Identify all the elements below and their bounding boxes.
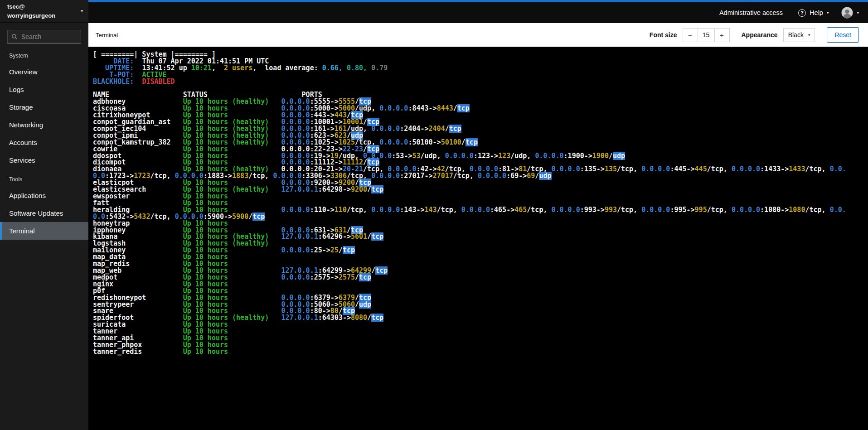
sidebar-item-networking[interactable]: Networking [0,116,88,134]
terminal-buffer: [ ========| System |======== ] DATE: Thu… [93,51,848,355]
terminal-text: 8443 [437,104,453,112]
terminal-row-dionaea: dionaea Up 10 hours (healthy) 0.0.0.0:20… [93,166,848,179]
terminal-text: tcp [371,314,383,322]
terminal-text: 0.0.0.0 [379,138,408,146]
admin-access-button[interactable]: Administrative access [717,9,786,17]
terminal-text: udp [359,300,371,309]
appearance-select[interactable]: Black ▾ [783,28,815,42]
terminal-text: / [617,165,621,173]
user-avatar-icon [841,7,853,19]
host-switcher[interactable]: tsec@ worryingsurgeon ▾ [0,0,88,23]
terminal-text: -> [425,172,433,180]
sidebar-item-applications[interactable]: Applications [0,187,88,204]
terminal-text: udp [539,172,551,180]
sidebar-item-accounts[interactable]: Accounts [0,134,88,151]
terminal-text: , [723,206,732,214]
terminal-text: :1900 [564,152,584,160]
sidebar-item-storage[interactable]: Storage [0,98,88,116]
terminal-text: , [543,206,551,214]
terminal-text: 0.0.0.0 [461,206,490,214]
terminal-text: -> [433,138,441,146]
chevron-down-icon: ▾ [81,9,83,13]
sidebar-item-overview[interactable]: Overview [0,63,88,81]
terminal-text: , [633,206,641,214]
terminal-text: / [339,246,343,254]
terminal-text: :993 [580,206,596,214]
terminal-text: tcp [351,206,363,214]
sidebar-item-services[interactable]: Services [0,151,88,169]
terminal-text: , [723,165,732,173]
terminal-output[interactable]: [ ========| System |======== ] DATE: Thu… [88,47,868,430]
session-menu[interactable]: ▾ [841,7,859,19]
terminal-toolbar: Terminal Font size − + Appearance Black … [88,23,868,47]
font-size-value[interactable] [698,28,715,42]
terminal-text: 127.0.0.1 [281,185,318,193]
terminal-text: tcp [531,206,543,214]
terminal-text: 0.0.0.0 [371,172,400,180]
terminal-text: :8443 [408,104,428,112]
terminal-text: / [437,206,441,214]
font-size-increase-button[interactable]: + [715,28,730,42]
terminal-text: / [371,266,375,275]
terminal-text: :64303 [318,314,343,322]
terminal-text: -> [343,314,351,322]
terminal-text: / [527,206,531,214]
terminal-text: 50100 [441,138,461,146]
terminal-text: tcp [371,232,383,241]
terminal-info-line: T-POT: ACTIVE [93,72,848,78]
terminal-text: :53 [392,152,404,160]
terminal-text: / [510,152,514,160]
help-menu[interactable]: ? Help ▾ [798,9,829,17]
terminal-text: tcp [711,165,723,173]
terminal-text: :2404 [400,125,420,133]
terminal-text: / [367,232,371,241]
terminal-text: tanner_redis [93,348,183,356]
sidebar-item-terminal[interactable]: Terminal [0,222,88,240]
terminal-text: 123 [498,152,510,160]
terminal-text: 69 [527,172,535,180]
terminal-text: -> [687,206,695,214]
font-size-decrease-button[interactable]: − [683,28,698,42]
terminal-text: , [822,165,830,173]
content-column: Administrative access ? Help ▾ ▾ Te [88,0,868,430]
terminal-text: 0.0.0.0 [445,152,474,160]
terminal-text: 127.0.0.1 [281,232,318,241]
terminal-text: 27017 [433,172,453,180]
terminal-text: 25 [330,246,339,254]
terminal-text: tcp [466,138,478,146]
terminal-text: tcp [375,266,388,275]
terminal-text: / [355,300,359,309]
font-size-label: Font size [650,31,677,39]
sidebar-item-software-updates[interactable]: Software Updates [0,204,88,222]
terminal-text: 0.0.0.0 [281,273,310,281]
reset-button[interactable]: Reset [827,27,859,43]
terminal-text: :64298 [318,185,343,193]
terminal-text: :50100 [408,138,432,146]
terminal-text: 0.0.0.0 [281,246,310,254]
search-input[interactable] [7,30,81,43]
terminal-text: 135 [605,165,617,173]
terminal-text: tcp [457,172,470,180]
terminal-text: 0.0.0.0 [371,125,400,133]
terminal-text: 0.0.0.0 [552,206,580,214]
terminal-text: / [445,125,449,133]
terminal-text: 127.0.0.1 [281,314,318,322]
terminal-text: tcp [359,273,371,281]
terminal-text: :465 [490,206,506,214]
terminal-text: tcp [809,165,821,173]
terminal-text: 1433 [789,165,805,173]
terminal-text: 0.79 [367,64,388,72]
terminal-text: -> [519,172,527,180]
terminal-text: / [347,206,351,214]
terminal-text: 110 [335,206,347,214]
terminal-text: tcp [809,206,821,214]
terminal-text: -> [596,165,605,173]
terminal-text: -> [322,246,330,254]
terminal-text: / [453,172,457,180]
terminal-text: tcp [449,125,461,133]
sidebar-item-logs[interactable]: Logs [0,81,88,98]
terminal-text: / [367,185,371,193]
terminal-row-heralding: heralding Up 10 hours 0.0.0.0:110->110/t… [93,207,848,220]
terminal-text: 0.0.0.0 [535,152,563,160]
terminal-text: 0.0.0.0 [371,206,400,214]
